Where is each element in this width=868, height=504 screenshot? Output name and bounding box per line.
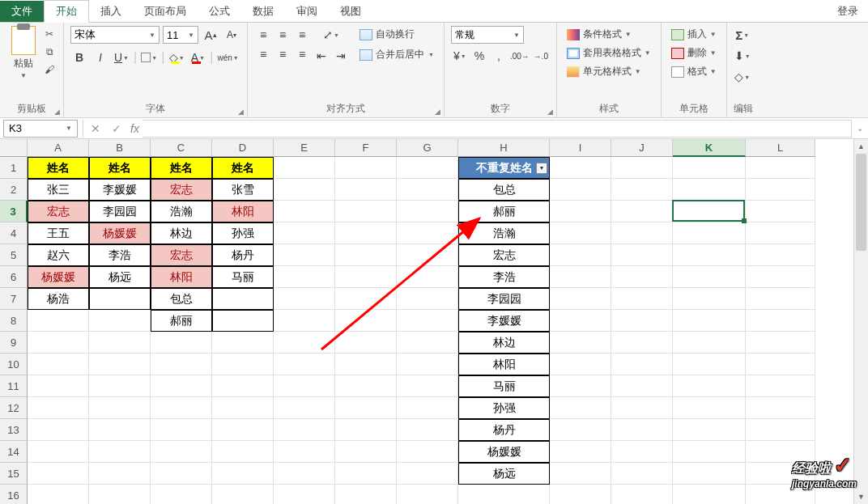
cell[interactable] [335, 266, 397, 288]
cell[interactable] [550, 332, 611, 354]
cell[interactable] [673, 310, 746, 332]
cell[interactable] [151, 463, 212, 485]
cell[interactable] [28, 485, 89, 504]
cell[interactable]: 浩瀚 [151, 201, 212, 222]
column-header-B[interactable]: B [89, 139, 151, 157]
cell[interactable] [89, 441, 151, 463]
cell[interactable] [397, 222, 458, 244]
cell[interactable]: 包总 [151, 288, 212, 310]
orientation-button[interactable]: ⤢▼ [313, 26, 350, 44]
row-header-13[interactable]: 13 [0, 419, 28, 441]
cell[interactable] [89, 375, 151, 397]
cell[interactable] [611, 266, 673, 288]
cell[interactable] [274, 354, 335, 375]
cell[interactable]: 姓名 [89, 157, 151, 179]
column-header-G[interactable]: G [397, 139, 458, 157]
row-header-1[interactable]: 1 [0, 157, 28, 179]
row-header-16[interactable]: 16 [0, 485, 28, 504]
cell[interactable] [673, 397, 746, 419]
cell[interactable] [151, 397, 212, 419]
cell[interactable] [673, 375, 746, 397]
launcher-icon[interactable]: ◢ [238, 108, 244, 116]
format-cells-button[interactable]: 格式▼ [668, 63, 720, 80]
cell[interactable]: 李园园 [458, 288, 550, 310]
cell[interactable] [274, 463, 335, 485]
cell[interactable] [212, 375, 274, 397]
cell[interactable] [28, 419, 89, 441]
cell[interactable] [550, 485, 611, 504]
cell[interactable] [335, 222, 397, 244]
column-header-K[interactable]: K [673, 139, 746, 157]
cell[interactable] [397, 310, 458, 332]
cell[interactable] [151, 332, 212, 354]
cell[interactable] [673, 463, 746, 485]
cell[interactable]: 林阳 [212, 201, 274, 222]
cell[interactable] [611, 157, 673, 179]
fill-button[interactable]: ⬇▼ [734, 47, 751, 65]
cell[interactable] [611, 375, 673, 397]
grow-font-button[interactable]: A▴ [202, 26, 219, 44]
tab-insert[interactable]: 插入 [89, 1, 133, 22]
cell[interactable] [274, 485, 335, 504]
cell[interactable] [746, 332, 815, 354]
cell[interactable]: 宏志 [458, 244, 550, 266]
align-center-button[interactable]: ≡ [274, 45, 291, 63]
cell[interactable] [335, 310, 397, 332]
cell[interactable] [212, 463, 274, 485]
cell[interactable] [397, 441, 458, 463]
currency-button[interactable]: ¥▼ [451, 47, 469, 65]
cell[interactable] [746, 266, 815, 288]
cell[interactable] [611, 288, 673, 310]
paste-button[interactable]: 粘贴 ▼ [6, 26, 40, 79]
cell[interactable] [151, 419, 212, 441]
cell[interactable] [673, 332, 746, 354]
cell[interactable] [335, 397, 397, 419]
column-header-I[interactable]: I [550, 139, 611, 157]
shrink-font-button[interactable]: A▾ [223, 26, 240, 44]
expand-formula-bar-icon[interactable]: ⌄ [852, 124, 868, 133]
cell[interactable] [89, 397, 151, 419]
cell[interactable] [746, 375, 815, 397]
cell[interactable]: 张雪 [212, 179, 274, 201]
formula-bar[interactable] [143, 120, 852, 138]
row-header-7[interactable]: 7 [0, 288, 28, 310]
cell[interactable] [274, 201, 335, 222]
font-name-combo[interactable]: 宋体▼ [70, 26, 160, 44]
cell[interactable] [335, 354, 397, 375]
cell[interactable]: 林边 [458, 332, 550, 354]
cell[interactable] [89, 332, 151, 354]
cell[interactable] [335, 157, 397, 179]
align-top-button[interactable]: ≡ [254, 26, 272, 44]
align-left-button[interactable]: ≡ [254, 45, 272, 63]
cell[interactable] [397, 244, 458, 266]
cell[interactable] [89, 354, 151, 375]
vertical-scrollbar[interactable]: ▲ ▼ [853, 139, 868, 504]
column-header-D[interactable]: D [212, 139, 274, 157]
tab-view[interactable]: 视图 [329, 1, 372, 22]
cell[interactable] [274, 222, 335, 244]
cell[interactable] [550, 310, 611, 332]
cell[interactable] [550, 244, 611, 266]
cell[interactable] [673, 157, 746, 179]
cell[interactable] [212, 397, 274, 419]
cell[interactable] [550, 463, 611, 485]
cell[interactable] [746, 441, 815, 463]
cell[interactable]: 姓名 [212, 157, 274, 179]
row-header-14[interactable]: 14 [0, 441, 28, 463]
cell[interactable] [673, 179, 746, 201]
cell[interactable] [335, 463, 397, 485]
row-header-9[interactable]: 9 [0, 332, 28, 354]
cell[interactable] [335, 419, 397, 441]
cell[interactable] [673, 485, 746, 504]
clear-button[interactable]: ◇▼ [734, 68, 751, 86]
cell[interactable] [550, 201, 611, 222]
cell[interactable] [28, 463, 89, 485]
enter-formula-icon[interactable]: ✓ [106, 122, 127, 135]
cell[interactable] [89, 419, 151, 441]
login-link[interactable]: 登录 [828, 1, 868, 22]
cell[interactable] [335, 485, 397, 504]
cell[interactable] [673, 419, 746, 441]
cell[interactable] [550, 222, 611, 244]
cell[interactable]: 姓名 [151, 157, 212, 179]
cell[interactable]: 张三 [28, 179, 89, 201]
